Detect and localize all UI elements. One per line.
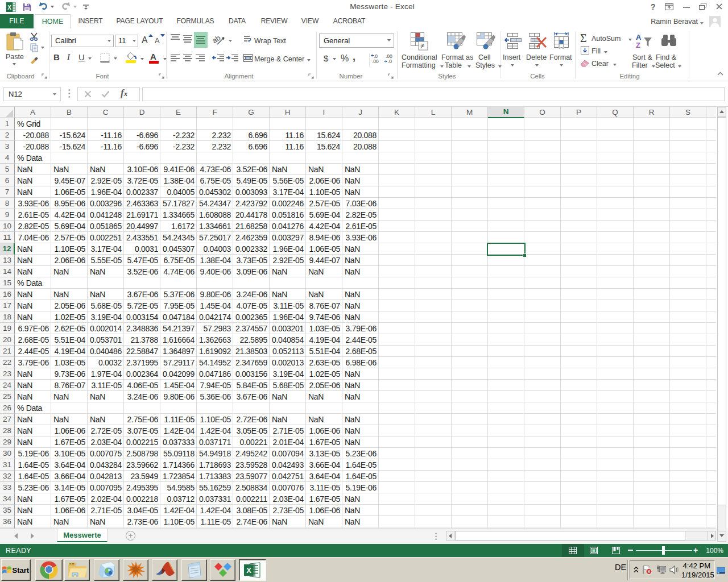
svg-text:A: A [636,33,642,41]
svg-text:Start: Start [13,566,30,575]
svg-text:X: X [246,566,251,575]
svg-text:X: X [7,5,11,11]
svg-text:Z: Z [636,41,640,49]
svg-text:≠: ≠ [420,41,424,50]
svg-text:ab: ab [213,34,222,45]
svg-text:.00: .00 [372,59,379,64]
svg-text:.0: .0 [388,59,392,64]
